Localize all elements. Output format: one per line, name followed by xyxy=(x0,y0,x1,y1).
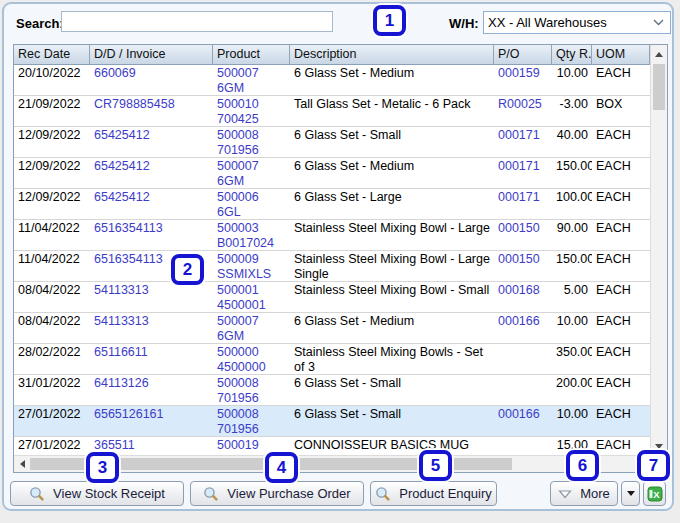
magnifier-icon xyxy=(203,486,219,502)
table-header-row: Rec DateD/D / InvoiceProductDescriptionP… xyxy=(14,45,650,65)
more-dropdown-button[interactable] xyxy=(621,481,640,506)
product-code-line: 701956 xyxy=(217,143,286,157)
table-row[interactable]: 31/01/2022641131265000087019566 Glass Se… xyxy=(14,375,650,406)
cell-rec-date: 20/10/2022 xyxy=(14,65,90,95)
cell-qty: 5.00 xyxy=(552,282,592,312)
warehouse-select[interactable]: XX - All Warehouses xyxy=(483,11,671,34)
cell-uom: BOX xyxy=(592,96,650,126)
cell-description: Stainless Steel Mixing Bowl - Large xyxy=(290,220,494,250)
cell-po: 000168 xyxy=(494,282,552,312)
table-row[interactable]: 11/04/20226516354113500009SSMIXLSStainle… xyxy=(14,251,650,282)
cell-product: 500008701956 xyxy=(213,375,290,405)
product-code-line: 6GL xyxy=(217,205,286,219)
cell-po: 000150 xyxy=(494,220,552,250)
cell-invoice: 660069 xyxy=(90,65,213,95)
cell-po: 000166 xyxy=(494,313,552,343)
column-header-uom[interactable]: UOM xyxy=(592,45,650,64)
column-header-invoice[interactable]: D/D / Invoice xyxy=(90,45,213,64)
cell-invoice: 64113126 xyxy=(90,375,213,405)
product-code-line: B0017024 xyxy=(217,236,286,250)
table-row[interactable]: 27/01/202265651261615000087019566 Glass … xyxy=(14,406,650,437)
table-row[interactable]: 08/04/2022541133135000076GM6 Glass Set -… xyxy=(14,313,650,344)
search-input[interactable] xyxy=(61,11,333,32)
table-row[interactable]: 12/09/2022654254125000076GM6 Glass Set -… xyxy=(14,158,650,189)
cell-invoice: 6516354113 xyxy=(90,220,213,250)
cell-rec-date: 12/09/2022 xyxy=(14,127,90,157)
cell-po xyxy=(494,344,552,374)
cell-po: 000171 xyxy=(494,127,552,157)
product-enquiry-button[interactable]: Product Enquiry xyxy=(370,481,497,506)
cell-description: CONNOISSEUR BASICS MUG xyxy=(290,437,494,455)
vertical-scrollbar-thumb[interactable] xyxy=(653,64,665,110)
product-code-line: 500008 xyxy=(217,407,286,422)
cell-qty: 10.00 xyxy=(552,406,592,436)
product-code-line: 500007 xyxy=(217,314,286,329)
cell-po: 000171 xyxy=(494,158,552,188)
magnifier-icon xyxy=(375,486,391,502)
cell-rec-date: 27/01/2022 xyxy=(14,406,90,436)
product-code-line: 500000 xyxy=(217,345,286,360)
table-body: 20/10/20226600695000076GM6 Glass Set - M… xyxy=(14,65,650,455)
cell-rec-date: 11/04/2022 xyxy=(14,251,90,281)
cell-product: 5000004500000 xyxy=(213,344,290,374)
cell-qty: 10.00 xyxy=(552,313,592,343)
scroll-left-button[interactable] xyxy=(14,456,30,472)
cell-rec-date: 12/09/2022 xyxy=(14,158,90,188)
column-header-qty[interactable]: Qty R... xyxy=(552,45,592,64)
cell-po: 000166 xyxy=(494,406,552,436)
product-code-line: 500009 xyxy=(217,252,286,267)
column-header-product[interactable]: Product xyxy=(213,45,290,64)
export-to-excel-button[interactable]: X xyxy=(643,481,666,506)
cell-po xyxy=(494,437,552,455)
cell-po: 000171 xyxy=(494,189,552,219)
callout-7: 7 xyxy=(637,450,670,481)
cell-invoice: 65425412 xyxy=(90,189,213,219)
table-row[interactable]: 20/10/20226600695000076GM6 Glass Set - M… xyxy=(14,65,650,96)
cell-rec-date: 12/09/2022 xyxy=(14,189,90,219)
product-code-line: 6GM xyxy=(217,81,286,95)
table-row[interactable]: 08/04/2022541133135000014500001Stainless… xyxy=(14,282,650,313)
product-code-line: 500008 xyxy=(217,376,286,391)
vertical-scrollbar[interactable] xyxy=(650,45,667,455)
screen: Search: W/H: XX - All Warehouses Rec Dat… xyxy=(0,0,680,523)
cell-rec-date: 11/04/2022 xyxy=(14,220,90,250)
product-code-line: 500008 xyxy=(217,128,286,143)
cell-product: 500010700425 xyxy=(213,96,290,126)
cell-product: 500008701956 xyxy=(213,127,290,157)
scroll-up-button[interactable] xyxy=(651,46,667,62)
table-row[interactable]: 11/04/20226516354113500003B0017024Stainl… xyxy=(14,220,650,251)
cell-invoice: 65116611 xyxy=(90,344,213,374)
cell-qty: 150.00 xyxy=(552,251,592,281)
cell-rec-date: 08/04/2022 xyxy=(14,313,90,343)
column-header-po[interactable]: P/O xyxy=(494,45,552,64)
warehouse-label: W/H: xyxy=(449,16,479,31)
cell-invoice: 65425412 xyxy=(90,127,213,157)
column-header-rec-date[interactable]: Rec Date xyxy=(14,45,90,64)
table-row[interactable]: 12/09/2022654254125000087019566 Glass Se… xyxy=(14,127,650,158)
svg-text:X: X xyxy=(653,489,660,500)
cell-rec-date: 21/09/2022 xyxy=(14,96,90,126)
cell-qty: 100.00 xyxy=(552,189,592,219)
view-purchase-order-button[interactable]: View Purchase Order xyxy=(190,481,364,506)
cell-description: Stainless Steel Mixing Bowl - Small xyxy=(290,282,494,312)
cell-rec-date: 31/01/2022 xyxy=(14,375,90,405)
cell-qty: 40.00 xyxy=(552,127,592,157)
callout-1: 1 xyxy=(373,5,406,36)
cell-qty: 10.00 xyxy=(552,65,592,95)
product-code-line: 500007 xyxy=(217,66,286,81)
product-code-line: SSMIXLS xyxy=(217,267,286,281)
triangle-down-outline-icon xyxy=(558,489,572,499)
cell-product: 500003B0017024 xyxy=(213,220,290,250)
view-stock-receipt-button[interactable]: View Stock Receipt xyxy=(10,481,184,506)
cell-invoice: 54113313 xyxy=(90,313,213,343)
table-row[interactable]: 12/09/2022654254125000066GL6 Glass Set -… xyxy=(14,189,650,220)
cell-qty: -3.00 xyxy=(552,96,592,126)
table-row[interactable]: 28/02/2022651166115000004500000Stainless… xyxy=(14,344,650,375)
cell-description: 6 Glass Set - Small xyxy=(290,127,494,157)
table-row[interactable]: 21/09/2022CR798885458500010700425Tall Gl… xyxy=(14,96,650,127)
column-header-description[interactable]: Description xyxy=(290,45,494,64)
cell-po xyxy=(494,375,552,405)
cell-description: Stainless Steel Mixing Bowl - Large Sing… xyxy=(290,251,494,281)
product-code-line: 500019 xyxy=(217,438,286,453)
more-button[interactable]: More xyxy=(550,481,618,506)
